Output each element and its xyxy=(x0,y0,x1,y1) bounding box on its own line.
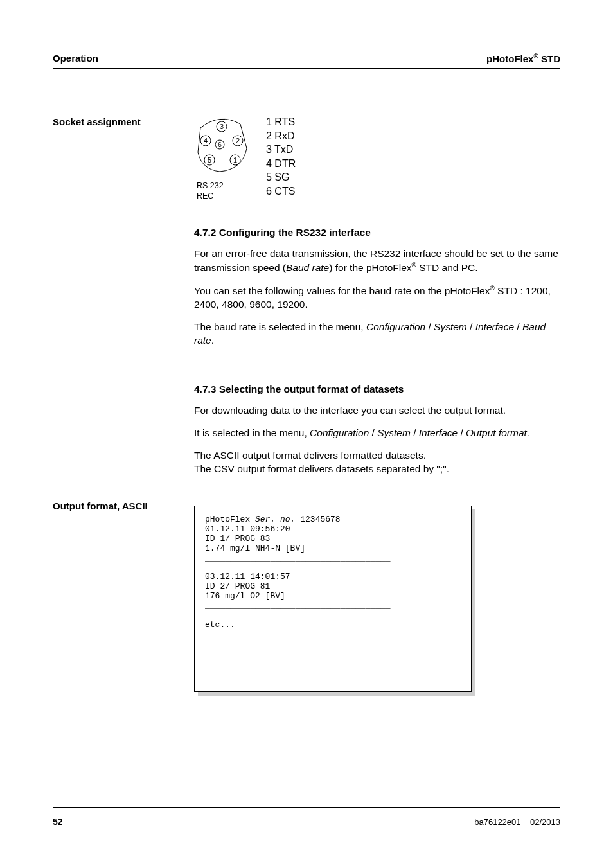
pin-circle-2: 2 xyxy=(236,137,240,145)
page-number: 52 xyxy=(53,817,63,827)
socket-assignment-label: Socket assignment xyxy=(53,115,194,201)
t: Baud rate xyxy=(286,262,329,273)
t: You can set the following values for the… xyxy=(194,285,490,296)
t: etc... xyxy=(205,620,235,630)
para-473-3: The ASCII output format delivers formatt… xyxy=(194,449,560,476)
para-473-1: For downloading data to the interface yo… xyxy=(194,404,560,418)
t: The baud rate is selected in the menu, xyxy=(194,321,366,332)
pin-label-5: 5 SG xyxy=(266,170,296,184)
t: 01.12.11 09:56:20 xyxy=(205,524,290,534)
t: ID 1/ PROG 83 xyxy=(205,534,270,544)
t: 12345678 xyxy=(295,515,340,524)
port-label-line1: RS 232 xyxy=(197,181,253,191)
t: ) for the pHotoFlex xyxy=(329,262,411,273)
t: System xyxy=(434,321,467,332)
header-divider xyxy=(53,68,560,69)
pin-label-6: 6 CTS xyxy=(266,184,296,199)
t: . xyxy=(527,427,529,438)
footer-meta: ba76122e01 02/2013 xyxy=(474,817,560,827)
t: Configuration xyxy=(310,427,369,438)
t: _____________________________________ xyxy=(205,553,391,563)
output-format-label: Output format, ASCII xyxy=(53,499,194,692)
t: The CSV output format delivers datasets … xyxy=(194,463,449,474)
t: ® xyxy=(490,285,494,292)
header-product-title: pHotoFlex® STD xyxy=(486,53,560,64)
t: System xyxy=(377,427,411,438)
doc-id: ba76122e01 xyxy=(474,817,520,827)
header-product-prefix: pHotoFlex xyxy=(486,53,533,64)
t: Interface xyxy=(419,427,458,438)
t: / xyxy=(411,427,419,438)
t: STD and PC. xyxy=(416,262,478,273)
pin-label-2: 2 RxD xyxy=(266,129,296,143)
t: / xyxy=(425,321,434,332)
pin-circle-1: 1 xyxy=(233,156,237,164)
pin-circle-4: 4 xyxy=(204,137,208,145)
t: Output format xyxy=(466,427,527,438)
t: Ser. no. xyxy=(255,515,295,524)
header-product-suffix: STD xyxy=(538,53,560,64)
pin-label-1: 1 RTS xyxy=(266,115,296,129)
port-label-line2: REC xyxy=(197,191,253,202)
t: / xyxy=(458,427,466,438)
t: 176 mg/l O2 [BV] xyxy=(205,591,285,601)
t: ID 2/ PROG 81 xyxy=(205,581,270,591)
t: Interface xyxy=(475,321,514,332)
t: pHotoFlex xyxy=(205,515,255,524)
header-section-title: Operation xyxy=(53,53,98,64)
ascii-output-box: pHotoFlex Ser. no. 12345678 01.12.11 09:… xyxy=(194,506,472,692)
para-472-2: You can set the following values for the… xyxy=(194,284,560,312)
t: Configuration xyxy=(366,321,425,332)
t: / xyxy=(369,427,377,438)
pin-circle-5: 5 xyxy=(208,156,211,164)
heading-473: 4.7.3 Selecting the output format of dat… xyxy=(194,384,560,395)
heading-472: 4.7.2 Configuring the RS232 interface xyxy=(194,227,560,238)
para-472-3: The baud rate is selected in the menu, C… xyxy=(194,321,560,348)
t: / xyxy=(467,321,475,332)
socket-diagram: 3 4 2 6 5 1 xyxy=(194,115,253,174)
header-product-reg: ® xyxy=(533,53,538,60)
t: 03.12.11 14:01:57 xyxy=(205,572,290,581)
t: / xyxy=(514,321,522,332)
para-473-2: It is selected in the menu, Configuratio… xyxy=(194,427,560,440)
t: . xyxy=(211,335,214,346)
pin-circle-3: 3 xyxy=(220,123,224,130)
footer-divider xyxy=(53,807,560,808)
t: The ASCII output format delivers formatt… xyxy=(194,450,426,461)
pin-circle-6: 6 xyxy=(218,141,222,148)
t: It is selected in the menu, xyxy=(194,427,310,438)
t: _____________________________________ xyxy=(205,601,391,610)
t: 1.74 mg/l NH4-N [BV] xyxy=(205,544,305,553)
pin-label-3: 3 TxD xyxy=(266,143,296,157)
pin-label-4: 4 DTR xyxy=(266,157,296,171)
doc-date: 02/2013 xyxy=(530,817,560,827)
t: ® xyxy=(412,261,416,269)
para-472-1: For an error-free data transmission, the… xyxy=(194,247,560,275)
